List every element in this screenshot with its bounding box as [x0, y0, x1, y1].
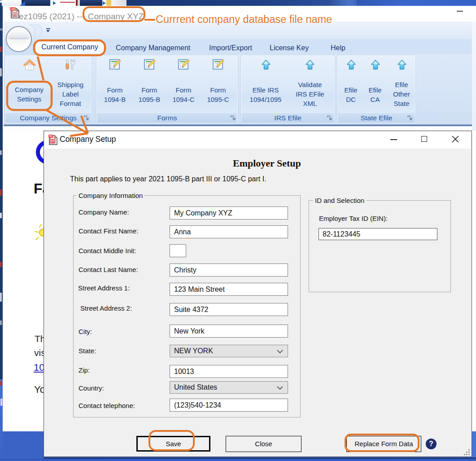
svg-text:Currrent company database file: Currrent company database file name [156, 13, 332, 25]
